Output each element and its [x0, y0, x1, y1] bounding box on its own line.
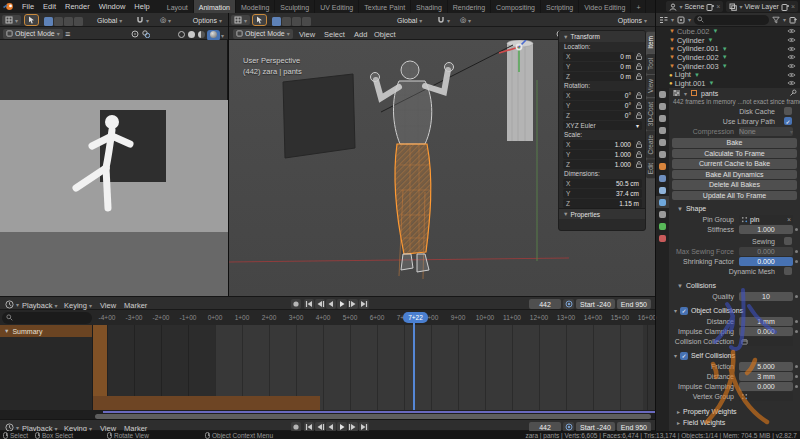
properties-tab-view-layer[interactable]	[656, 124, 669, 136]
visibility-eye-icon[interactable]	[787, 46, 796, 52]
play-button[interactable]	[337, 299, 347, 309]
active-tool-select-icon[interactable]	[253, 15, 266, 25]
self-collisions-header[interactable]: ▾✓Self Collisions	[669, 350, 800, 361]
dimensions-y-field[interactable]: Y37.4 cm	[563, 189, 642, 198]
scene-selector[interactable]: ▾ Scene ×	[666, 1, 723, 12]
side-tab-view[interactable]: View	[646, 75, 655, 97]
active-tool-select-icon[interactable]	[25, 15, 38, 25]
viewport-menu-view[interactable]: View	[299, 30, 315, 39]
transform-orientation-dropdown[interactable]: Global▾	[394, 15, 425, 25]
self-collisions-checkbox[interactable]: ✓	[680, 352, 688, 360]
record-button[interactable]	[291, 299, 301, 309]
properties-tab-object[interactable]	[656, 160, 669, 172]
dopesheet-area[interactable]: ▼Summary	[0, 325, 655, 410]
properties-tab-constraints[interactable]	[656, 208, 669, 220]
properties-panel-header[interactable]: ▼Properties	[559, 208, 645, 219]
visibility-eye-icon[interactable]	[787, 37, 796, 43]
transform-orientation-dropdown[interactable]: Global▾	[94, 15, 125, 25]
overlays-toggle-icon[interactable]	[142, 30, 150, 38]
jump-to-start-button[interactable]	[304, 299, 314, 309]
scale-z-field[interactable]: Z1.000	[563, 160, 634, 169]
calculate-to-frame-button[interactable]: Calculate To Frame	[672, 149, 797, 159]
dimensions-z-field[interactable]: Z1.15 m	[563, 199, 642, 208]
previous-keyframe-button[interactable]	[315, 299, 325, 309]
properties-tab-world[interactable]	[656, 148, 669, 160]
disk-cache-checkbox[interactable]	[784, 107, 792, 115]
horizontal-scrollbar[interactable]	[95, 414, 651, 419]
menu-file[interactable]: File	[22, 2, 34, 11]
next-keyframe-button[interactable]	[348, 299, 358, 309]
lock-open-icon[interactable]	[636, 53, 642, 60]
new-scene-icon[interactable]	[706, 3, 714, 11]
workspace-tab-animation[interactable]: Animation	[194, 0, 236, 13]
side-tab-create[interactable]: Create	[646, 131, 655, 159]
timeline-menu-marker[interactable]: Marker	[124, 301, 147, 310]
update-all-to-frame-button[interactable]: Update All To Frame	[672, 191, 797, 201]
object-distance-field[interactable]: 1 mm	[739, 317, 793, 326]
location-z-field[interactable]: Z0 m	[563, 72, 634, 81]
workspace-tab-texture-paint[interactable]: Texture Paint	[359, 0, 411, 13]
breadcrumb-object-name[interactable]: pants	[701, 90, 718, 97]
object-collisions-checkbox[interactable]: ✓	[680, 307, 688, 315]
use-library-path-checkbox[interactable]: ✓	[784, 117, 792, 125]
rotation-y-field[interactable]: Y0°	[563, 101, 634, 110]
outliner-item-cylinder-003[interactable]: ▼Cylinder.003▼	[656, 62, 800, 71]
lock-open-icon[interactable]	[636, 63, 642, 70]
menu-window[interactable]: Window	[99, 2, 126, 11]
self-distance-field[interactable]: 3 mm	[739, 372, 793, 381]
collision-collection-field[interactable]	[739, 337, 793, 346]
editor-type-timeline-icon[interactable]	[5, 300, 14, 309]
location-x-field[interactable]: X0 m	[563, 52, 634, 61]
properties-tab-physics[interactable]	[656, 196, 669, 208]
properties-tab-particles[interactable]	[656, 184, 669, 196]
pin-group-field[interactable]: pin ×	[739, 215, 793, 224]
menu-help[interactable]: Help	[134, 2, 149, 11]
lock-open-icon[interactable]	[636, 151, 642, 158]
workspace-tab-shading[interactable]: Shading	[411, 0, 448, 13]
properties-tab-scene[interactable]	[656, 136, 669, 148]
visibility-eye-icon[interactable]	[787, 54, 796, 60]
outliner-item-cylinder-001[interactable]: ▼Cylinder.001▼	[656, 44, 800, 53]
mode-dropdown[interactable]: Object Mode▾	[233, 29, 293, 39]
workspace-tab-layout[interactable]: Layout	[162, 0, 194, 13]
shading-solid-icon[interactable]	[187, 31, 196, 40]
editor-type-viewport-icon[interactable]: ▾	[2, 15, 21, 25]
outliner-display-mode-icon[interactable]	[659, 16, 668, 24]
property-weights-header[interactable]: ▸Property Weights	[669, 406, 800, 417]
summary-channel[interactable]: ▼Summary	[0, 325, 92, 337]
shrinking-factor-slider[interactable]: 0.000	[739, 257, 793, 266]
sewing-checkbox[interactable]	[784, 237, 792, 245]
viewport-divider[interactable]	[228, 13, 229, 296]
lock-open-icon[interactable]	[636, 73, 642, 80]
new-collection-icon[interactable]	[789, 16, 797, 24]
self-impulse-field[interactable]: 0.000	[739, 382, 793, 391]
options-dropdown[interactable]: Options▾	[190, 15, 225, 25]
lock-open-icon[interactable]	[636, 161, 642, 168]
lock-open-icon[interactable]	[636, 112, 642, 119]
side-tab-edit[interactable]: Edit	[646, 159, 655, 178]
collisions-section-header[interactable]: ▼Collisions	[669, 280, 800, 291]
workspace-tab-sculpting[interactable]: Sculpting	[275, 0, 315, 13]
visibility-eye-icon[interactable]	[787, 72, 796, 78]
transform-panel-header[interactable]: ▼Transform	[559, 31, 645, 42]
view-layer-selector[interactable]: ▾ View Layer ×	[726, 1, 798, 12]
viewport-menu-add[interactable]: Add	[354, 30, 367, 39]
outliner-item-cylinder[interactable]: ▼Cylinder▼	[656, 36, 800, 45]
workspace-tab-modeling[interactable]: Modeling	[236, 0, 275, 13]
end-frame-field[interactable]: End950	[617, 299, 651, 309]
remove-view-layer-icon[interactable]: ×	[791, 3, 795, 10]
timeline-menu-keying[interactable]: Keying ▾	[64, 301, 92, 310]
quality-field[interactable]: 10	[739, 292, 793, 301]
editor-type-dropdown[interactable]: ▾	[2, 299, 22, 309]
side-tab-item[interactable]: Item	[646, 32, 655, 53]
dopesheet-search-input[interactable]	[2, 312, 92, 324]
field-weights-header[interactable]: ▸Field Weights	[669, 417, 800, 428]
rotation-mode-dropdown[interactable]: XYZ Euler▾	[563, 121, 642, 130]
new-view-layer-icon[interactable]	[781, 3, 789, 11]
workspace-tab-scripting[interactable]: Scripting	[541, 0, 579, 13]
properties-tab-render[interactable]	[656, 100, 669, 112]
properties-tab-object-data[interactable]	[656, 220, 669, 232]
visibility-eye-icon[interactable]	[787, 28, 796, 34]
timeline-menu-playback[interactable]: Playback ▾	[22, 301, 58, 310]
outliner-item-light[interactable]: ●Light▼	[656, 70, 800, 79]
